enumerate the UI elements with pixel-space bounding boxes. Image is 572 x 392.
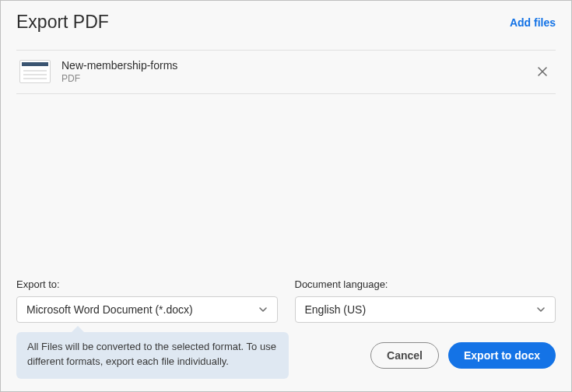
file-name: New-membership-forms [61, 58, 532, 72]
language-value: English (US) [305, 303, 367, 316]
file-info: New-membership-forms PDF [61, 58, 532, 84]
file-type: PDF [61, 73, 532, 84]
chevron-down-icon [258, 305, 268, 314]
language-label: Document language: [295, 278, 556, 290]
export-to-field: Export to: Microsoft Word Document (*.do… [16, 278, 278, 323]
export-button[interactable]: Export to docx [448, 342, 556, 369]
dialog-header: Export PDF Add files [1, 1, 571, 40]
chevron-down-icon [536, 305, 546, 314]
export-to-select[interactable]: Microsoft Word Document (*.docx) [16, 296, 278, 323]
action-buttons: Cancel Export to docx [306, 342, 556, 369]
export-to-value: Microsoft Word Document (*.docx) [26, 303, 193, 316]
add-files-link[interactable]: Add files [510, 16, 556, 29]
remove-file-button[interactable] [532, 61, 553, 82]
cancel-button[interactable]: Cancel [370, 342, 439, 369]
file-list: New-membership-forms PDF [16, 50, 556, 94]
dialog-bottom: Export to: Microsoft Word Document (*.do… [1, 278, 571, 391]
file-row: New-membership-forms PDF [16, 51, 556, 93]
language-field: Document language: English (US) [295, 278, 556, 323]
language-select[interactable]: English (US) [295, 296, 556, 323]
file-thumbnail-icon [19, 60, 51, 83]
export-to-label: Export to: [16, 278, 278, 290]
export-pdf-dialog: Export PDF Add files New-membership-form… [0, 0, 572, 392]
format-tooltip: All Files will be converted to the selec… [16, 332, 289, 379]
close-icon [537, 66, 548, 77]
dialog-title: Export PDF [16, 12, 109, 33]
